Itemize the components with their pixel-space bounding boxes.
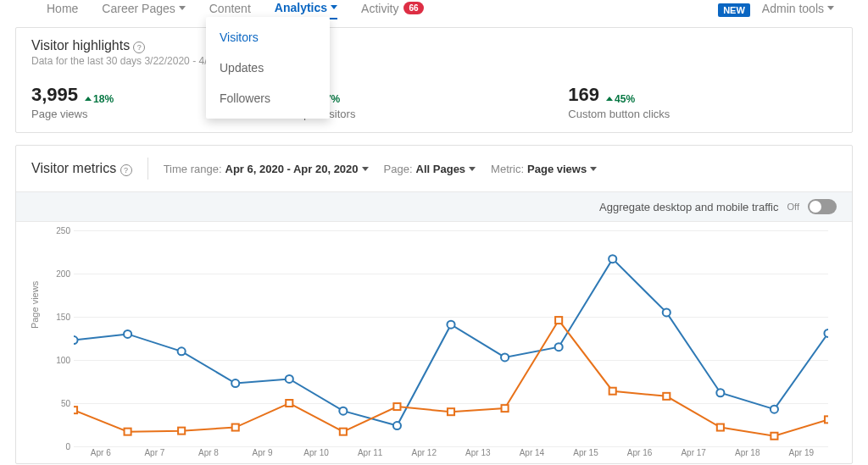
chart-marker[interactable]: [393, 422, 401, 429]
nav-label-analytics: Analytics: [275, 1, 327, 14]
chart-marker[interactable]: [74, 407, 77, 413]
chart-marker[interactable]: [717, 424, 724, 431]
nav-home[interactable]: Home: [47, 2, 78, 19]
aggregate-toggle[interactable]: [808, 199, 837, 214]
caret-down-icon: [179, 6, 186, 10]
chart-marker[interactable]: [340, 429, 347, 435]
caret-down-icon: [331, 5, 337, 9]
chart-marker[interactable]: [609, 388, 616, 395]
chart-marker[interactable]: [125, 429, 131, 435]
triangle-up-icon: [606, 97, 613, 101]
x-tick-label: Apr 18: [721, 448, 775, 463]
chart-marker[interactable]: [339, 407, 347, 415]
help-icon[interactable]: ?: [133, 42, 145, 53]
highlights-header: Visitor highlights ?: [31, 38, 837, 53]
help-icon[interactable]: ?: [120, 164, 132, 176]
y-ticks: 050100150200250: [48, 230, 70, 446]
admin-tools-label: Admin tools: [762, 2, 824, 15]
chart-marker[interactable]: [771, 406, 778, 413]
filter-label: Metric:: [491, 163, 524, 175]
x-tick-label: Apr 9: [236, 448, 290, 463]
chart-marker[interactable]: [393, 403, 400, 410]
y-tick-label: 250: [56, 226, 70, 235]
chart-marker[interactable]: [286, 400, 292, 407]
chart-marker[interactable]: [232, 424, 239, 431]
x-tick-label: Apr 16: [613, 448, 667, 463]
chart-marker[interactable]: [555, 343, 563, 351]
y-tick-label: 50: [61, 399, 70, 408]
x-tick-label: Apr 7: [128, 448, 182, 463]
nav-label-activity: Activity: [361, 2, 398, 15]
dropdown-visitors[interactable]: Visitors: [206, 22, 330, 53]
chart-marker[interactable]: [448, 408, 454, 415]
highlights-subtitle: Data for the last 30 days 3/22/2020 - 4/…: [31, 55, 837, 67]
aggregate-label: Aggregate desktop and mobile traffic: [599, 201, 779, 213]
new-badge: NEW: [718, 3, 750, 17]
nav-activity[interactable]: Activity 66: [361, 2, 423, 19]
y-tick-label: 200: [56, 269, 70, 279]
chart-marker[interactable]: [716, 389, 724, 396]
chart-marker[interactable]: [502, 405, 509, 412]
visitor-highlights-card: Visitor highlights ? Data for the last 3…: [15, 27, 853, 133]
plot-area: [74, 230, 828, 446]
chart-marker[interactable]: [824, 329, 828, 337]
y-tick-label: 150: [56, 313, 70, 322]
chart-marker[interactable]: [663, 308, 670, 316]
chart-marker[interactable]: [609, 255, 616, 263]
nav-content[interactable]: Content: [209, 2, 251, 19]
filter-label: Time range:: [164, 163, 222, 175]
nav-right: NEW Admin tools: [718, 2, 834, 19]
chart-inner: 050100150200250 Apr 6Apr 7Apr 8Apr 9Apr …: [48, 230, 837, 463]
chart-marker[interactable]: [178, 428, 185, 435]
highlights-title: Visitor highlights: [31, 38, 130, 53]
chart-marker[interactable]: [178, 347, 186, 355]
admin-tools[interactable]: Admin tools: [762, 2, 834, 19]
x-tick-label: Apr 12: [397, 448, 451, 463]
dropdown-followers[interactable]: Followers: [206, 83, 330, 113]
chart-marker[interactable]: [231, 379, 239, 387]
chart-marker[interactable]: [124, 330, 131, 338]
y-tick-label: 100: [56, 356, 70, 365]
chart-marker[interactable]: [555, 317, 562, 324]
chart-marker[interactable]: [771, 433, 777, 440]
time-range-filter[interactable]: Time range: Apr 6, 2020 - Apr 20, 2020: [164, 163, 369, 175]
chart-line: [74, 320, 828, 436]
metric-delta: 18%: [85, 93, 114, 105]
metric-label: que visitors: [300, 108, 569, 120]
x-tick-label: Apr 15: [559, 448, 613, 463]
nav-label-career: Career Pages: [102, 2, 175, 15]
x-tick-label: Apr 17: [666, 448, 721, 463]
dropdown-updates[interactable]: Updates: [206, 53, 330, 83]
metric-unique-visitors: 4 7% que visitors: [300, 84, 569, 120]
x-tick-label: Apr 13: [451, 448, 505, 463]
chart-marker[interactable]: [501, 353, 509, 361]
x-ticks: Apr 6Apr 7Apr 8Apr 9Apr 10Apr 11Apr 12Ap…: [74, 448, 828, 463]
y-axis-label: Page views: [30, 280, 40, 328]
chart-marker[interactable]: [447, 321, 454, 329]
caret-down-icon: [362, 167, 369, 171]
metric-delta: 45%: [606, 93, 635, 105]
separator: [147, 158, 148, 180]
chart-marker[interactable]: [663, 393, 670, 400]
nav-career-pages[interactable]: Career Pages: [102, 2, 185, 19]
caret-down-icon: [827, 6, 834, 10]
chart-marker[interactable]: [286, 375, 293, 383]
chart-marker[interactable]: [825, 416, 828, 423]
chart-line: [74, 259, 828, 426]
top-nav: Home Career Pages Content Analytics Acti…: [0, 0, 868, 20]
visitor-metrics-title: Visitor metrics ?: [31, 161, 132, 176]
x-tick-label: Apr 14: [505, 448, 559, 463]
metric-value: 3,995: [31, 84, 78, 106]
x-tick-label: Apr 8: [181, 448, 236, 463]
metric-label: Custom button clicks: [568, 108, 837, 120]
chart-marker[interactable]: [74, 336, 78, 344]
page-filter[interactable]: Page: All Pages: [384, 163, 476, 175]
caret-down-icon: [590, 167, 597, 171]
metric-value: 169: [568, 84, 599, 106]
filter-label: Page:: [384, 163, 413, 175]
metric-filter[interactable]: Metric: Page views: [491, 163, 597, 175]
x-tick-label: Apr 19: [775, 448, 829, 463]
visitor-metrics-card: Visitor metrics ? Time range: Apr 6, 202…: [15, 145, 853, 464]
visitor-metrics-header: Visitor metrics ? Time range: Apr 6, 202…: [16, 146, 852, 191]
grid-line: [74, 446, 828, 447]
